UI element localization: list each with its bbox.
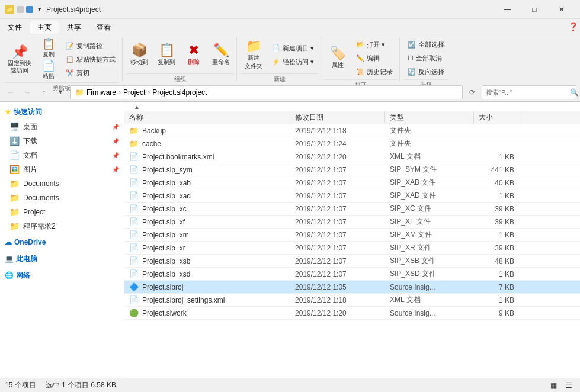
col-header-type[interactable]: 类型 xyxy=(385,111,474,124)
paste-icon: 📄 xyxy=(42,60,55,71)
history-button[interactable]: 📜 历史记录 xyxy=(352,65,397,78)
file-row[interactable]: 📄Project.sip_xc 2019/12/12 1:07 SIP_XC 文… xyxy=(124,203,580,216)
xml-icon: 📄 xyxy=(129,295,139,304)
sidebar-item-requirements[interactable]: 📁 程序需求2 xyxy=(0,219,124,233)
quickaccess-label: 快速访问 xyxy=(14,107,42,117)
paste-shortcut-icon: 📋 xyxy=(66,56,74,63)
tab-view[interactable]: 查看 xyxy=(89,21,118,34)
tab-home[interactable]: 主页 xyxy=(30,21,59,34)
copy-button[interactable]: 📋 复制 xyxy=(37,38,60,59)
rename-icon: ✏️ xyxy=(213,44,229,57)
new-folder-button[interactable]: 📁 新建文件夹 xyxy=(241,38,267,72)
view-toggle: ▦ ☰ xyxy=(547,380,575,391)
breadcrumb-part2[interactable]: Project xyxy=(123,88,145,97)
sidebar-section-onedrive: ☁ OneDrive xyxy=(0,234,124,250)
file-row[interactable]: 📄Project.sip_sym 2019/12/12 1:07 SIP_SYM… xyxy=(124,163,580,176)
tab-file[interactable]: 文件 xyxy=(0,21,30,34)
sidebar-item-downloads[interactable]: ⬇️ 下载 📌 xyxy=(0,134,124,148)
ribbon-group-select: ☑️ 全部选择 ☐ 全部取消 🔄 反向选择 选择 xyxy=(401,37,451,81)
file-row[interactable]: 🟢Project.siwork 2019/12/12 1:20 Source I… xyxy=(124,307,580,320)
onedrive-icon: ☁ xyxy=(5,238,12,246)
file-row-selected[interactable]: 🔷Project.siproj 2019/12/12 1:05 Source I… xyxy=(124,281,580,294)
recent-locations-button[interactable]: ▼ xyxy=(53,85,68,99)
close-button[interactable]: ✕ xyxy=(548,0,575,19)
file-row[interactable]: 📄Project.sip_xr 2019/12/12 1:07 SIP_XR 文… xyxy=(124,242,580,255)
refresh-button[interactable]: ⟳ xyxy=(465,85,479,99)
breadcrumb[interactable]: 📁 Firmware › Project › Project.si4projec… xyxy=(70,85,463,99)
file-row[interactable]: 📄Project.sip_xsd 2019/12/12 1:07 SIP_XSD… xyxy=(124,268,580,281)
easy-access-button[interactable]: ⚡ 轻松访问 ▾ xyxy=(268,56,318,69)
file-row[interactable]: 📄Project.sip_xf 2019/12/12 1:07 SIP_XF 文… xyxy=(124,216,580,229)
sidebar-header-quickaccess[interactable]: ★ 快速访问 xyxy=(0,104,124,120)
file-row[interactable]: 📁Backup 2019/12/12 1:18 文件夹 xyxy=(124,124,580,137)
app-icon-small xyxy=(17,6,24,13)
sidebar-item-pictures[interactable]: 🖼️ 图片 📌 xyxy=(0,162,124,176)
search-input[interactable] xyxy=(486,89,568,96)
pictures-icon: 🖼️ xyxy=(9,165,20,174)
col-header-date[interactable]: 修改日期 xyxy=(290,111,385,124)
file-row[interactable]: 📄Project.sip_xsb 2019/12/12 1:07 SIP_XSB… xyxy=(124,255,580,268)
select-all-button[interactable]: ☑️ 全部选择 xyxy=(403,38,448,51)
file-row[interactable]: 📁cache 2019/12/12 1:24 文件夹 xyxy=(124,137,580,150)
new-item-label: 新建项目 ▾ xyxy=(283,44,314,53)
back-button[interactable]: ← xyxy=(4,85,18,99)
pin-indicator3: 📌 xyxy=(112,152,119,159)
help-button[interactable]: ❓ xyxy=(566,20,580,34)
file-row[interactable]: 📄Project.bookmarks.xml 2019/12/12 1:20 X… xyxy=(124,150,580,163)
sidebar-header-onedrive[interactable]: ☁ OneDrive xyxy=(0,234,124,250)
list-view-button[interactable]: ☰ xyxy=(562,380,575,391)
paste-shortcut-button[interactable]: 📋 粘贴快捷方式 xyxy=(62,53,120,66)
sidebar-header-network[interactable]: 🌐 网络 xyxy=(0,268,124,283)
app-icon-yellow: 📁 xyxy=(5,5,14,14)
sidebar-item-documents2[interactable]: 📁 Documents xyxy=(0,176,124,191)
cut-button[interactable]: ✂️ 剪切 xyxy=(62,67,120,80)
deselect-label: 全部取消 xyxy=(416,54,442,63)
copy-path-label: 复制路径 xyxy=(76,41,102,50)
grid-view-button[interactable]: ▦ xyxy=(547,380,560,391)
select-items: ☑️ 全部选择 ☐ 全部取消 🔄 反向选择 xyxy=(403,38,448,78)
copy-path-button[interactable]: 📝 复制路径 xyxy=(62,40,120,53)
tab-share[interactable]: 共享 xyxy=(59,21,89,34)
file-row[interactable]: 📄Project.sip_xab 2019/12/12 1:07 SIP_XAB… xyxy=(124,176,580,189)
network-icon: 🌐 xyxy=(5,271,14,279)
search-box[interactable]: 🔍 xyxy=(482,85,576,99)
file-icon: 📄 xyxy=(129,243,139,252)
move-to-button[interactable]: 📦 移动到 xyxy=(126,38,152,72)
breadcrumb-part1[interactable]: Firmware xyxy=(86,88,116,97)
documents2-label: Documents xyxy=(23,179,59,188)
title-bar-icons: 📁 ▾ xyxy=(5,5,41,14)
edit-button[interactable]: ✏️ 编辑 xyxy=(352,52,397,65)
select-all-icon: ☑️ xyxy=(408,41,416,49)
col-header-name[interactable]: 名称 xyxy=(124,111,290,124)
delete-button[interactable]: ✖ 删除 xyxy=(181,38,207,72)
open-button[interactable]: 📂 打开 ▾ xyxy=(352,38,397,51)
paste-button[interactable]: 📄 粘贴 xyxy=(37,60,60,81)
forward-button[interactable]: → xyxy=(20,85,34,99)
sidebar-header-thispc[interactable]: 💻 此电脑 xyxy=(0,251,124,266)
new-item-button[interactable]: 📄 新建项目 ▾ xyxy=(268,42,318,55)
sidebar-item-desktop[interactable]: 🖥️ 桌面 📌 xyxy=(0,120,124,134)
properties-button[interactable]: 🏷️ 属性 xyxy=(325,41,351,75)
rename-button[interactable]: ✏️ 重命名 xyxy=(208,38,234,72)
sidebar-item-documents3[interactable]: 📁 Documents xyxy=(0,191,124,205)
invert-selection-button[interactable]: 🔄 反向选择 xyxy=(403,65,448,78)
up-button[interactable]: ↑ xyxy=(37,85,51,99)
minimize-button[interactable]: — xyxy=(494,0,521,19)
copy-to-button[interactable]: 📋 复制到 xyxy=(153,38,180,72)
deselect-all-button[interactable]: ☐ 全部取消 xyxy=(403,52,448,65)
edit-label: 编辑 xyxy=(367,54,380,63)
col-header-size[interactable]: 大小 xyxy=(474,111,521,124)
file-row[interactable]: 📄Project.siproj_settings.xml 2019/12/12 … xyxy=(124,294,580,307)
new-folder-icon: 📁 xyxy=(246,40,262,53)
sidebar-item-documents[interactable]: 📄 文档 📌 xyxy=(0,148,124,162)
file-row[interactable]: 📄Project.sip_xad 2019/12/12 1:07 SIP_XAD… xyxy=(124,189,580,203)
file-row[interactable]: 📄Project.sip_xm 2019/12/12 1:07 SIP_XM 文… xyxy=(124,229,580,242)
documents-label: 文档 xyxy=(23,150,37,160)
sidebar-item-project[interactable]: 📁 Project xyxy=(0,205,124,219)
cut-icon: ✂️ xyxy=(66,69,74,77)
breadcrumb-part3[interactable]: Project.si4project xyxy=(152,88,207,97)
status-bar: 15 个项目 选中 1 个项目 6.58 KB ▦ ☰ xyxy=(0,378,580,392)
maximize-button[interactable]: □ xyxy=(521,0,548,19)
easy-access-label: 轻松访问 ▾ xyxy=(283,57,314,66)
pin-to-quick-access-button[interactable]: 📌 固定到快速访问 xyxy=(4,43,36,77)
